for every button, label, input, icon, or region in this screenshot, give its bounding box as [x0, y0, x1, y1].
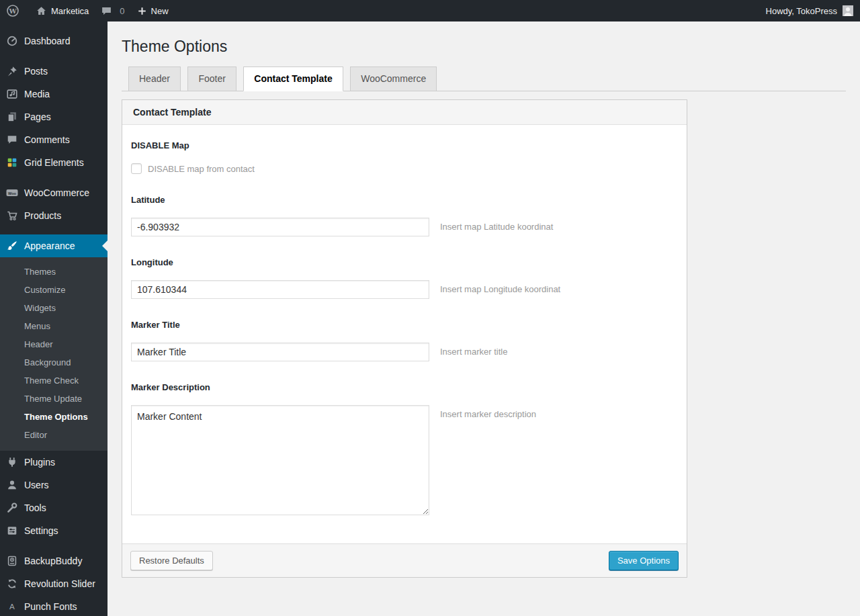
panel-body: DISABLE Map DISABLE map from contact Lat…: [122, 125, 687, 543]
disable-map-checkbox[interactable]: [131, 163, 142, 174]
tab-footer[interactable]: Footer: [187, 67, 236, 91]
sidebar-item-label: Settings: [24, 525, 58, 536]
backup-disk-icon: [5, 554, 19, 568]
sidebar-item-comments[interactable]: Comments: [0, 128, 108, 151]
sidebar-item-label: WooCommerce: [24, 187, 89, 198]
submenu-item-editor[interactable]: Editor: [0, 426, 108, 444]
wordpress-logo-icon: W: [6, 4, 19, 17]
pages-icon: [5, 110, 19, 124]
sliders-icon: [5, 524, 19, 537]
svg-text:A: A: [9, 602, 15, 611]
longitude-input[interactable]: [131, 280, 429, 299]
sidebar-item-punch-fonts[interactable]: A Punch Fonts: [0, 595, 108, 616]
sidebar-item-label: Punch Fonts: [24, 601, 77, 612]
svg-text:Woo: Woo: [8, 191, 17, 195]
plus-icon: [137, 6, 147, 16]
submenu-item-background[interactable]: Background: [0, 353, 108, 371]
sidebar-item-label: Tools: [24, 502, 46, 513]
howdy-label: Howdy, TokoPress: [766, 6, 837, 16]
checkbox-label: DISABLE map from contact: [148, 164, 255, 174]
page-title: Theme Options: [122, 36, 846, 56]
sidebar-item-label: Dashboard: [24, 36, 71, 46]
submenu-item-themes[interactable]: Themes: [0, 263, 108, 281]
marker-title-input[interactable]: [131, 343, 429, 361]
svg-text:W: W: [8, 7, 17, 15]
sidebar-item-appearance[interactable]: Appearance: [0, 234, 108, 257]
menu-separator: [0, 52, 108, 60]
field-marker-title: Marker Title Insert marker title: [131, 320, 678, 361]
refresh-arrows-icon: [5, 577, 19, 590]
tab-header[interactable]: Header: [128, 67, 181, 91]
sidebar-item-posts[interactable]: Posts: [0, 60, 108, 83]
sidebar-item-settings[interactable]: Settings: [0, 519, 108, 542]
sidebar-item-products[interactable]: Products: [0, 204, 108, 227]
sidebar-item-pages[interactable]: Pages: [0, 105, 108, 128]
sidebar-item-label: Users: [24, 480, 49, 490]
appearance-submenu: Themes Customize Widgets Menus Header Ba…: [0, 257, 108, 451]
field-latitude: Latitude Insert map Latitude koordinat: [131, 195, 678, 236]
sidebar-item-grid-elements[interactable]: Grid Elements: [0, 151, 108, 174]
cart-icon: [5, 209, 19, 222]
sidebar-item-label: Media: [24, 89, 50, 99]
comment-bubble-icon: [101, 5, 112, 17]
marker-description-textarea[interactable]: Marker Content: [131, 405, 429, 515]
submenu-item-widgets[interactable]: Widgets: [0, 299, 108, 317]
contact-template-panel: Contact Template DISABLE Map DISABLE map…: [122, 99, 687, 578]
plug-icon: [5, 455, 19, 469]
sidebar-item-users[interactable]: Users: [0, 474, 108, 496]
field-help: Insert map Latitude koordinat: [440, 218, 553, 232]
sidebar-item-dashboard[interactable]: Dashboard: [0, 30, 108, 52]
save-options-button[interactable]: Save Options: [609, 551, 679, 570]
submenu-item-header[interactable]: Header: [0, 335, 108, 353]
sidebar-item-label: Products: [24, 210, 61, 221]
sidebar-item-revolution-slider[interactable]: Revolution Slider: [0, 572, 108, 595]
restore-defaults-button[interactable]: Restore Defaults: [130, 551, 213, 570]
menu-separator: [0, 542, 108, 549]
sidebar-item-label: Comments: [24, 134, 70, 145]
sidebar-item-plugins[interactable]: Plugins: [0, 451, 108, 474]
submenu-item-theme-update[interactable]: Theme Update: [0, 390, 108, 408]
menu-separator: [0, 227, 108, 234]
sidebar-item-woocommerce[interactable]: Woo WooCommerce: [0, 181, 108, 204]
dashboard-icon: [5, 34, 19, 48]
woocommerce-icon: Woo: [5, 186, 19, 200]
submenu-item-menus[interactable]: Menus: [0, 317, 108, 335]
site-name-label: Marketica: [51, 6, 89, 16]
tab-woocommerce[interactable]: WooCommerce: [350, 67, 437, 91]
comment-bubble-icon: [5, 133, 19, 146]
wordpress-logo-menu[interactable]: W: [0, 0, 30, 21]
menu-separator: [0, 174, 108, 181]
field-label: Marker Description: [131, 382, 678, 392]
field-help: Insert marker title: [440, 343, 507, 357]
field-longitude: Longitude Insert map Longitude koordinat: [131, 257, 678, 299]
admin-menu: Dashboard Posts Media Pages Commen: [0, 21, 108, 616]
admin-bar: W Marketica 0 New Howdy, TokoPress: [0, 0, 860, 21]
sidebar-item-backupbuddy[interactable]: BackupBuddy: [0, 549, 108, 572]
my-account-menu[interactable]: Howdy, TokoPress: [766, 5, 860, 16]
sidebar-item-media[interactable]: Media: [0, 83, 108, 105]
theme-options-tabs: Header Footer Contact Template WooCommer…: [122, 67, 846, 91]
field-label: DISABLE Map: [131, 140, 678, 150]
media-icon: [5, 87, 19, 101]
submenu-item-theme-check[interactable]: Theme Check: [0, 371, 108, 390]
field-label: Longitude: [131, 257, 678, 267]
submenu-item-customize[interactable]: Customize: [0, 281, 108, 299]
sidebar-item-label: Revolution Slider: [24, 578, 95, 589]
new-content-menu[interactable]: New: [131, 0, 175, 21]
sidebar-item-tools[interactable]: Tools: [0, 496, 108, 519]
comments-shortcut[interactable]: 0: [95, 0, 130, 21]
pushpin-icon: [5, 64, 19, 78]
sidebar-item-label: Pages: [24, 112, 51, 122]
main-content: Theme Options Header Footer Contact Temp…: [108, 21, 860, 616]
user-icon: [5, 478, 19, 492]
field-label: Latitude: [131, 195, 678, 205]
tab-contact-template[interactable]: Contact Template: [243, 67, 343, 91]
field-label: Marker Title: [131, 320, 678, 330]
letter-a-icon: A: [5, 600, 19, 613]
site-name-link[interactable]: Marketica: [30, 0, 95, 21]
latitude-input[interactable]: [131, 218, 429, 236]
submenu-item-theme-options[interactable]: Theme Options: [0, 408, 108, 426]
wrench-icon: [5, 501, 19, 515]
avatar: [843, 5, 853, 16]
grid-elements-icon: [5, 156, 19, 169]
